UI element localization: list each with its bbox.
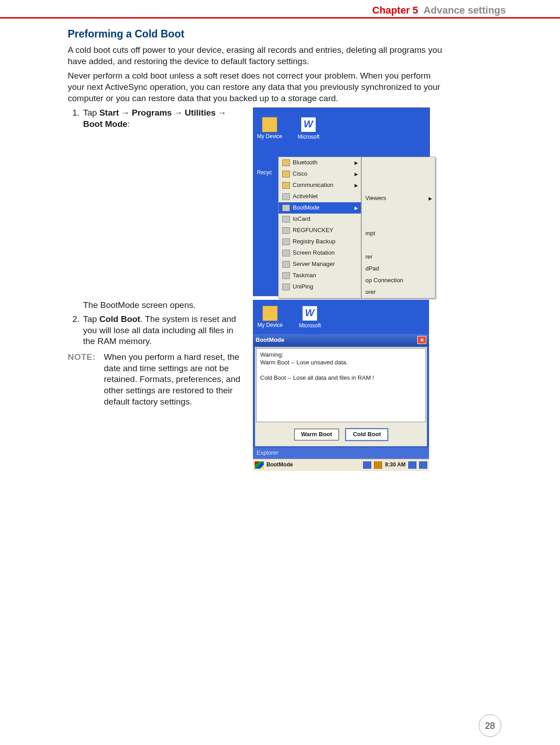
- submenu-arrow-icon: ▶: [429, 196, 432, 201]
- step-2: 2. Tap Cold Boot. The system is reset an…: [68, 314, 244, 347]
- cold-boot-button[interactable]: Cold Boot: [345, 428, 388, 441]
- step-1-path-start: Start: [99, 108, 119, 117]
- menu-item[interactable]: Registry Backup: [279, 236, 361, 247]
- submenu-arrow-icon: ▶: [355, 160, 358, 166]
- tray-icon[interactable]: [363, 461, 371, 469]
- submenu-arrow-icon: ▶: [355, 205, 358, 211]
- menu-item-label: dPad: [365, 265, 379, 273]
- app-icon: [282, 261, 290, 268]
- menu-item[interactable]: Server Manager: [279, 259, 361, 270]
- folder-icon: [282, 182, 290, 189]
- desktop-icon-microsoft[interactable]: Microsoft: [298, 116, 320, 141]
- screenshot-menu: My Device Microsoft Recyc Bluetooth▶Cisc…: [253, 107, 430, 296]
- menu-item[interactable]: UniPing: [279, 281, 361, 293]
- step-1-path-utilities: Utilities: [185, 108, 216, 117]
- app-icon: [282, 238, 290, 245]
- close-icon[interactable]: ✕: [417, 336, 426, 344]
- menu-item[interactable]: mpt: [362, 228, 435, 239]
- app-icon: [282, 205, 290, 211]
- window-title: BootMode: [256, 336, 285, 344]
- step-2-number: 2.: [68, 314, 79, 347]
- app-icon: [282, 193, 290, 200]
- desktop-icon-label: My Device: [257, 322, 283, 329]
- menu-item-label: rer: [365, 253, 373, 261]
- intro-paragraph-2: Never perform a cold boot unless a soft …: [68, 70, 447, 104]
- desktop-icon-label: Microsoft: [299, 322, 321, 330]
- step-1-number: 1.: [68, 107, 79, 130]
- menu-item-label: orer: [365, 289, 376, 296]
- step-1-path-bootmode: Boot Mode: [83, 119, 127, 129]
- chapter-label: Chapter 5: [372, 5, 418, 16]
- explorer-bar[interactable]: Explorer: [253, 447, 429, 459]
- arrow-icon: →: [216, 108, 227, 117]
- taskbar-clock: 8:30 AM: [385, 461, 406, 469]
- menu-item[interactable]: op Connection: [362, 275, 435, 286]
- warning-header: Warning:: [260, 351, 422, 359]
- menu-item-label: Server Manager: [293, 261, 335, 268]
- dialog-body: Warning: Warm Boot -- Lose unsaved data.…: [256, 348, 426, 422]
- menu-item[interactable]: Bluetooth▶: [279, 157, 361, 168]
- menu-item-label: IoCard: [293, 215, 310, 223]
- bootmode-line: The BootMode screen opens.: [83, 300, 244, 311]
- menu-item-label: Screen Rotation: [293, 249, 335, 257]
- warning-line-2: Cold Boot -- Lose all data and files in …: [260, 374, 422, 382]
- arrow-icon: →: [119, 108, 132, 117]
- folder-icon: [282, 171, 290, 177]
- menu-item[interactable]: REGFUNCKEY: [279, 225, 361, 236]
- submenu-arrow-icon: ▶: [355, 182, 358, 188]
- app-icon: [282, 250, 290, 256]
- desktop-icon-microsoft[interactable]: Microsoft: [299, 305, 321, 330]
- desktop-icon-mydevice[interactable]: My Device: [257, 117, 282, 140]
- menu-item[interactable]: [362, 169, 435, 181]
- step-2-coldboot: Cold Boot: [99, 314, 140, 324]
- menu-item[interactable]: [362, 239, 435, 251]
- note-text: When you perform a hard reset, the date …: [104, 352, 244, 407]
- app-icon: [282, 227, 290, 234]
- step-1-pre: Tap: [83, 108, 99, 117]
- menu-item[interactable]: Communication▶: [279, 180, 361, 191]
- menu-item[interactable]: [362, 181, 435, 192]
- menu-item[interactable]: [362, 216, 435, 228]
- note-block: NOTE: When you perform a hard reset, the…: [68, 352, 244, 407]
- cascading-menu: Bluetooth▶Cisco▶Communication▶ActiveNetB…: [278, 157, 435, 298]
- screenshot-bootmode-dialog: My Device Microsoft BootMode ✕ Warning: …: [253, 300, 429, 471]
- tray-icon[interactable]: [408, 461, 416, 469]
- menu-item[interactable]: Screen Rotation: [279, 247, 361, 259]
- folder-icon: [282, 159, 290, 166]
- tray-icon[interactable]: [419, 461, 427, 469]
- menu-item[interactable]: [362, 204, 435, 216]
- menu-item-label: mpt: [365, 230, 375, 237]
- warning-line-1: Warm Boot -- Lose unsaved data.: [260, 359, 422, 367]
- taskbar-app-name[interactable]: BootMode: [266, 461, 293, 469]
- step-1-path-programs: Programs: [132, 108, 172, 117]
- tray-icon[interactable]: [374, 461, 382, 469]
- section-label: Advance settings: [424, 5, 506, 16]
- submenu-arrow-icon: ▶: [355, 171, 358, 177]
- menu-item[interactable]: Cisco▶: [279, 168, 361, 180]
- menu-item-label: op Connection: [365, 277, 403, 284]
- menu-item[interactable]: dPad: [362, 263, 435, 275]
- menu-item-label: Viewers: [365, 195, 386, 202]
- window-titlebar: BootMode ✕: [253, 334, 429, 346]
- start-flag-icon[interactable]: [255, 461, 264, 469]
- dialog-frame: Warning: Warm Boot -- Lose unsaved data.…: [255, 347, 427, 447]
- menu-item[interactable]: IoCard: [279, 214, 361, 225]
- menu-item[interactable]: rer: [362, 251, 435, 263]
- menu-item-label: Registry Backup: [293, 238, 336, 246]
- warm-boot-button[interactable]: Warm Boot: [294, 428, 340, 441]
- menu-item-label: UniPing: [293, 283, 313, 291]
- menu-item-label: Communication: [293, 182, 333, 189]
- menu-item[interactable]: ActiveNet: [279, 191, 361, 202]
- menu-item[interactable]: BootMode▶: [279, 202, 361, 214]
- header-rule: [0, 17, 560, 19]
- menu-item[interactable]: Taskman: [279, 270, 361, 281]
- step-2-pre: Tap: [83, 314, 99, 324]
- recycle-bin-label: Recyc: [257, 169, 272, 177]
- menu-item[interactable]: Viewers▶: [362, 192, 435, 204]
- menu-item-label: Taskman: [293, 272, 316, 279]
- menu-item[interactable]: [362, 157, 435, 169]
- app-icon: [282, 216, 290, 223]
- step-1: 1. Tap Start → Programs → Utilities → Bo…: [68, 107, 244, 130]
- desktop-icon-mydevice[interactable]: My Device: [257, 306, 283, 329]
- menu-item[interactable]: orer: [362, 286, 435, 298]
